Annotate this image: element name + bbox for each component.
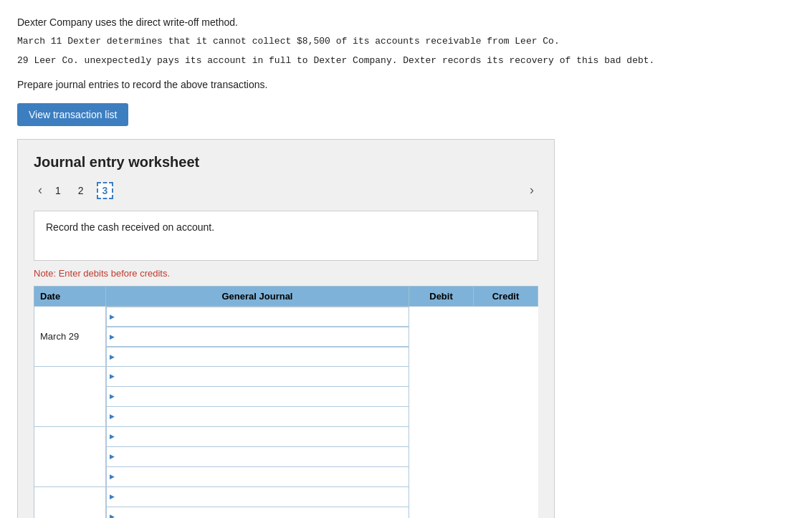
debit-input-1[interactable] xyxy=(116,387,409,406)
table-row: March 29▶▶▶ xyxy=(34,306,538,367)
journal-table: Date General Journal Debit Credit March … xyxy=(34,286,538,518)
debit-cell-2[interactable]: ▶ xyxy=(106,447,409,467)
credit-input-1[interactable] xyxy=(116,407,409,426)
general-journal-input-0[interactable] xyxy=(116,307,409,326)
view-transaction-button[interactable]: View transaction list xyxy=(17,103,128,126)
intro-section: Dexter Company uses the direct write-off… xyxy=(17,14,795,69)
table-row: ▶▶▶ xyxy=(34,367,538,427)
debit-input-0[interactable] xyxy=(116,327,409,346)
general-journal-cell-0[interactable]: ▶ xyxy=(106,307,409,327)
credit-cell-2[interactable]: ▶ xyxy=(106,467,409,487)
general-journal-input-2[interactable] xyxy=(116,427,409,446)
intro-line2: March 11 Dexter determines that it canno… xyxy=(17,34,795,49)
next-page-button[interactable]: › xyxy=(525,183,538,198)
row-arrow-icon-2: ▶ xyxy=(110,433,115,440)
intro-line1: Dexter Company uses the direct write-off… xyxy=(17,14,795,30)
date-cell-2 xyxy=(34,427,106,487)
row-arrow-icon-0: ▶ xyxy=(110,313,115,320)
page-1[interactable]: 1 xyxy=(51,183,65,198)
credit-cell-1[interactable]: ▶ xyxy=(106,407,409,427)
worksheet-container: Journal entry worksheet ‹ 1 2 3 › Record… xyxy=(17,139,555,518)
col-date: Date xyxy=(34,286,106,306)
table-row: ▶▶▶ xyxy=(34,427,538,487)
page-2[interactable]: 2 xyxy=(74,183,88,198)
debit-cell-0[interactable]: ▶ xyxy=(106,327,409,347)
date-cell-0: March 29 xyxy=(34,306,106,367)
debit-cell-1[interactable]: ▶ xyxy=(106,387,409,407)
instruction-text: Record the cash received on account. xyxy=(46,221,214,233)
credit-input-0[interactable] xyxy=(116,347,409,366)
credit-arrow-icon-1: ▶ xyxy=(110,413,115,420)
debit-arrow-icon-1: ▶ xyxy=(110,393,115,400)
col-general-journal: General Journal xyxy=(106,286,409,306)
debit-cell-3[interactable]: ▶ xyxy=(106,507,409,518)
credit-input-2[interactable] xyxy=(116,467,409,486)
general-journal-input-1[interactable] xyxy=(116,367,409,386)
note-text: Note: Enter debits before credits. xyxy=(34,268,538,279)
page-3[interactable]: 3 xyxy=(97,182,114,199)
general-journal-cell-3[interactable]: ▶ xyxy=(106,487,409,507)
col-credit: Credit xyxy=(474,286,538,306)
row-arrow-icon-1: ▶ xyxy=(110,373,115,380)
debit-arrow-icon-3: ▶ xyxy=(110,513,115,518)
general-journal-cell-2[interactable]: ▶ xyxy=(106,427,409,447)
intro-line3: 29 Leer Co. unexpectedly pays its accoun… xyxy=(17,54,795,69)
worksheet-title: Journal entry worksheet xyxy=(34,154,538,171)
credit-arrow-icon-0: ▶ xyxy=(110,353,115,360)
pagination-row: ‹ 1 2 3 › xyxy=(34,182,538,199)
prepare-text: Prepare journal entries to record the ab… xyxy=(17,79,795,90)
credit-cell-0[interactable]: ▶ xyxy=(106,347,409,367)
general-journal-cell-1[interactable]: ▶ xyxy=(106,367,409,387)
credit-arrow-icon-2: ▶ xyxy=(110,473,115,480)
prev-page-button[interactable]: ‹ xyxy=(34,183,47,198)
date-cell-1 xyxy=(34,367,106,427)
date-cell-3 xyxy=(34,487,106,518)
general-journal-input-3[interactable] xyxy=(116,487,409,507)
debit-arrow-icon-2: ▶ xyxy=(110,453,115,460)
debit-input-3[interactable] xyxy=(116,507,409,518)
debit-arrow-icon-0: ▶ xyxy=(110,333,115,340)
col-debit: Debit xyxy=(409,286,474,306)
row-arrow-icon-3: ▶ xyxy=(110,493,115,500)
debit-input-2[interactable] xyxy=(116,447,409,466)
table-row: ▶▶▶ xyxy=(34,487,538,518)
instruction-box: Record the cash received on account. xyxy=(34,211,538,261)
